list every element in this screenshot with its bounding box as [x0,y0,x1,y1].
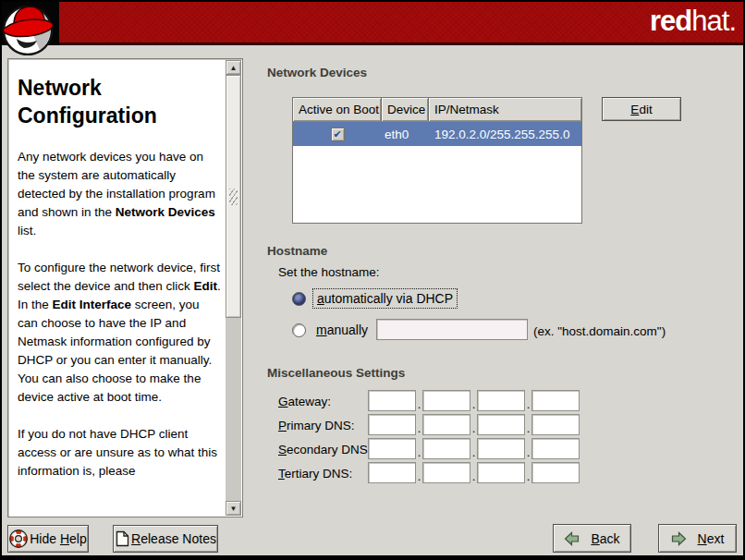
octet-dot: . [525,447,531,459]
table-header-row: Active on Boot Device IP/Netmask [293,98,581,122]
hostname-input[interactable] [376,319,528,340]
secondary-dns-label-key: S [278,443,287,457]
radio-manually[interactable] [292,323,306,337]
help-p1-bold: Network Devices [116,205,215,219]
network-devices-section-label: Network Devices [267,66,367,79]
ip-octet-input[interactable] [422,414,470,435]
ip-octet-input[interactable] [531,462,580,483]
back-arrow-icon [564,531,580,546]
ip-octet-input[interactable] [422,438,470,459]
column-header-device[interactable]: Device [382,98,429,121]
ip-octet-input[interactable] [477,414,525,435]
column-header-active-on-boot[interactable]: Active on Boot [293,98,382,121]
table-cell-device: eth0 [382,128,429,141]
secondary-dns-label: Secondary DNS: [278,443,372,457]
hostname-section-label: Hostname [267,244,327,258]
octet-dot: . [525,471,531,483]
octet-dot: . [525,399,531,411]
life-preserver-icon [9,530,28,548]
auto-label-key: a [317,291,324,306]
ip-octet-input[interactable] [368,438,416,459]
octet-dot: . [470,399,477,411]
tertiary-dns-label: Tertiary DNS: [278,467,352,481]
octet-dot: . [416,423,422,435]
brand-rest-text: hat. [691,5,736,37]
ip-octet-input[interactable] [531,414,580,435]
primary-dns-label-text: rimary DNS: [287,419,355,432]
release-notes-key: R [131,531,140,546]
column-header-ip-netmask[interactable]: IP/Netmask [429,98,581,121]
ip-octet-input[interactable] [422,390,470,411]
help-panel: Network Configuration Any network device… [7,58,243,517]
network-devices-table: Active on Boot Device IP/Netmask ✔ eth0 … [292,97,582,224]
hostname-hint: (ex. "host.domain.com") [533,324,666,338]
back-button-label: ack [600,531,620,546]
help-p2-bold2: Edit Interface [53,298,132,311]
help-scrollbar[interactable]: ▲ ▼ [226,60,241,516]
ip-octet-input[interactable] [368,462,416,483]
redhat-shadowman-logo-icon [2,2,61,59]
secondary-dns-label-text: econdary DNS: [287,443,372,457]
help-paragraph-2: To configure the network device, first s… [18,259,221,407]
help-paragraph-3: If you do not have DHCP client access or… [18,425,221,481]
ip-octet-input[interactable] [368,390,416,411]
radio-auto-dhcp-label[interactable]: automatically via DHCP [312,288,458,309]
help-text: Network Configuration Any network device… [18,65,221,511]
primary-dns-row: ... [368,414,580,435]
next-button-label: ext [707,531,725,546]
help-p2-post: screen, you can choose to have the IP an… [18,298,212,404]
gateway-label-text: ateway: [288,395,332,408]
redhat-wordmark: redhat. [650,5,736,38]
ip-octet-input[interactable] [531,438,580,459]
octet-dot: . [470,447,477,459]
auto-label-text: utomatically via DHCP [324,291,453,306]
hide-help-button[interactable]: Hide Help [7,525,89,553]
misc-section-label: Miscellaneous Settings [267,366,405,380]
ip-octet-input[interactable] [531,390,580,411]
ip-octet-input[interactable] [422,462,470,483]
octet-dot: . [470,471,477,483]
active-on-boot-checkbox[interactable]: ✔ [331,128,345,141]
ip-octet-input[interactable] [477,462,525,483]
brand-bold-text: red [650,5,691,37]
next-button[interactable]: Next [658,524,737,553]
help-paragraph-1: Any network devices you have on the syst… [18,148,221,240]
primary-dns-label-key: P [278,419,287,432]
edit-button-label: dit [639,103,652,116]
radio-auto-dhcp[interactable] [292,292,306,306]
secondary-dns-row: ... [368,438,580,459]
primary-dns-label: Primary DNS: [278,419,355,432]
top-banner [0,0,745,45]
manual-label-key: m [316,323,327,337]
scroll-up-icon[interactable]: ▲ [226,60,241,75]
installer-window: redhat. Network Configuration Any networ… [0,0,745,560]
ip-octet-input[interactable] [477,438,525,459]
release-notes-button[interactable]: Release Notes [113,525,218,553]
scrollbar-thumb[interactable] [226,75,241,318]
scroll-down-icon[interactable]: ▼ [226,501,241,516]
octet-dot: . [470,423,477,435]
next-button-key: N [698,531,707,546]
octet-dot: . [416,471,422,483]
gateway-row: ... [368,390,580,411]
octet-dot: . [525,423,531,435]
tertiary-dns-row: ... [368,462,580,483]
gateway-label: Gateway: [278,395,331,408]
octet-dot: . [416,399,422,411]
radio-manually-label[interactable]: manually [312,321,372,339]
table-cell-ip-netmask: 192.0.2.0/255.255.255.0 [429,128,581,141]
next-arrow-icon [671,531,687,546]
document-icon [115,530,129,547]
release-notes-post: elease Notes [140,531,216,546]
ip-octet-input[interactable] [368,414,416,435]
help-p2-pre: To configure the network device, first s… [18,261,220,293]
tertiary-dns-label-text: ertiary DNS: [285,467,353,481]
edit-button[interactable]: Edit [602,97,681,121]
table-cell-active: ✔ [293,128,382,141]
hostname-manual-option[interactable]: manually [292,318,372,342]
table-row[interactable]: ✔ eth0 192.0.2.0/255.255.255.0 [293,122,581,146]
hostname-auto-option[interactable]: automatically via DHCP [292,286,458,310]
scrollbar-grip-icon [229,189,238,205]
back-button[interactable]: Back [553,524,631,553]
ip-octet-input[interactable] [477,390,525,411]
